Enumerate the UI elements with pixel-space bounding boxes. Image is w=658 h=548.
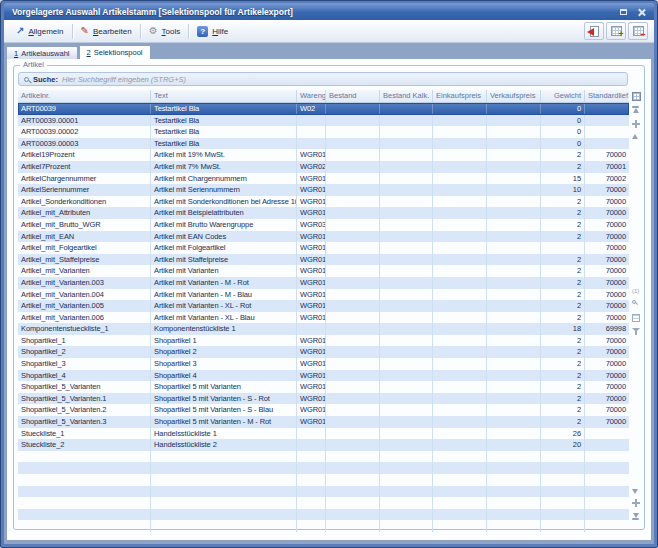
grid-export-button[interactable] [632, 314, 640, 322]
empty-table-row[interactable] [18, 462, 629, 474]
cell-gewicht: 0 [541, 103, 585, 115]
menu-item-bearbeiten[interactable]: ✎ Bearbeiten [75, 24, 138, 38]
tab-selektionspool[interactable]: 2 Selektionspool [79, 45, 151, 59]
grid-remove-button[interactable] [628, 22, 648, 40]
cell-gewicht: 26 [541, 428, 585, 440]
cell-bestand [326, 126, 380, 138]
menu-item-hilfe[interactable]: ? Hilfe [191, 24, 234, 39]
empty-table-row[interactable] [18, 486, 629, 498]
cell-gewicht: 2 [541, 404, 585, 416]
grid-search-button[interactable] [632, 300, 636, 304]
table-row[interactable]: Artikel_mit_Folgeartikel Artikel mit Fol… [18, 242, 629, 254]
table-row[interactable]: Artikel_mit_Varianten.005 Artikel mit Va… [18, 300, 629, 312]
table-row[interactable]: Shopartikel_4 Shopartikel 4 WGR01 2 7000… [18, 370, 629, 382]
column-header[interactable]: Artikelnr. [18, 90, 151, 102]
empty-table-row[interactable] [18, 451, 629, 463]
cell-standardlieferant [585, 520, 629, 532]
empty-table-row[interactable] [18, 497, 629, 509]
table-row[interactable]: Artikel_Sonderkonditionen Artikel mit So… [18, 196, 629, 208]
table-row[interactable]: Artikel_mit_EAN Artikel mit EAN Codes WG… [18, 231, 629, 243]
table-row[interactable]: Artikel19Prozent Artikel mit 19% MwSt. W… [18, 149, 629, 161]
cell-text: Artikel mit Brutto Warengruppe [151, 219, 297, 231]
cell-einkaufspreis [433, 126, 487, 138]
table-row[interactable]: ART00039.00003 Testartikel Bla 0 [18, 138, 629, 150]
cell-bestand [326, 358, 380, 370]
column-header[interactable]: Text [151, 90, 297, 102]
cell-warengruppe [297, 126, 326, 138]
table-row[interactable]: Shopartikel_5_Varianten.3 Shopartikel 5 … [18, 416, 629, 428]
table-row[interactable]: Artikel_mit_Varianten Artikel mit Varian… [18, 265, 629, 277]
auto-scroll-bottom-button[interactable] [632, 499, 640, 507]
cell-einkaufspreis [433, 138, 487, 150]
column-header[interactable]: Wareng [297, 90, 326, 102]
tab-artikelauswahl[interactable]: 1 Artikelauswahl [6, 46, 78, 59]
cell-bestand-kalk [380, 196, 433, 208]
scroll-down-button[interactable] [632, 489, 638, 494]
table-row[interactable]: ArtikelChargennummer Artikel mit Chargen… [18, 173, 629, 185]
table-row[interactable]: ArtikelSeriennummer Artikel mit Seriennu… [18, 184, 629, 196]
cell-artikelnr [18, 474, 151, 486]
table-row[interactable]: Artikel_mit_Attributen Artikel mit Beisp… [18, 207, 629, 219]
menu-item-tools[interactable]: ⚙ Tools [143, 24, 187, 38]
column-chooser-button[interactable] [632, 92, 641, 101]
table-row[interactable]: Artikel_mit_Staffelpreise Artikel mit St… [18, 254, 629, 266]
table-row[interactable]: ART00039 Testartikel Bla W02 0 [18, 103, 629, 115]
table-row[interactable]: Artikel7Prozent Artikel mit 7% MwSt. WGR… [18, 161, 629, 173]
empty-table-row[interactable] [18, 474, 629, 486]
maximize-button[interactable] [616, 5, 631, 18]
scroll-top-button[interactable] [632, 106, 639, 113]
cell-warengruppe: WGR01 [297, 300, 326, 312]
table-row[interactable]: ART00039.00001 Testartikel Bla 0 [18, 115, 629, 127]
cell-verkaufspreis [487, 173, 541, 185]
table-row[interactable]: Artikel_mit_Varianten.004 Artikel mit Va… [18, 289, 629, 301]
empty-table-row[interactable] [18, 520, 629, 532]
exit-doc-red-arrow-icon [590, 26, 599, 37]
row-count-button[interactable]: (1) [632, 288, 639, 295]
table-row[interactable]: Shopartikel_5_Varianten Shopartikel 5 mi… [18, 381, 629, 393]
table-row[interactable]: Shopartikel_5_Varianten.1 Shopartikel 5 … [18, 393, 629, 405]
scroll-bottom-button[interactable] [632, 513, 639, 520]
table-row[interactable]: Artikel_mit_Brutto_WGR Artikel mit Brutt… [18, 219, 629, 231]
cell-gewicht [541, 242, 585, 254]
cell-verkaufspreis [487, 358, 541, 370]
cell-einkaufspreis [433, 428, 487, 440]
column-header[interactable]: Bestand [326, 90, 380, 102]
cell-gewicht: 2 [541, 335, 585, 347]
column-header[interactable]: Bestand Kalk. [380, 90, 433, 102]
table-row[interactable]: Komponentenstueckliste_1 Komponentenstüc… [18, 323, 629, 335]
artikel-groupbox: Artikel Suche: Hier Suchbegriff eingeben… [13, 65, 645, 530]
grid-add-button[interactable] [606, 22, 626, 40]
close-button[interactable] [634, 5, 649, 18]
column-header[interactable]: Verkaufspreis [487, 90, 541, 102]
search-input[interactable]: Suche: Hier Suchbegriff eingeben (STRG+S… [18, 72, 628, 86]
empty-table-row[interactable] [18, 509, 629, 521]
cell-standardlieferant: 70000 [585, 381, 629, 393]
column-header[interactable]: Einkaufspreis [433, 90, 487, 102]
menu-item-allgemein[interactable]: ↗ Allgemein [10, 24, 70, 38]
cell-artikelnr [18, 520, 151, 532]
cell-einkaufspreis [433, 149, 487, 161]
cell-text: Shopartikel 4 [151, 370, 297, 382]
table-row[interactable]: Stueckliste_1 Handelsstückliste 1 26 [18, 428, 629, 440]
cell-artikelnr: Shopartikel_5_Varianten.2 [18, 404, 151, 416]
table-row[interactable]: Stueckliste_2 Handelsstückliste 2 20 [18, 439, 629, 451]
cell-einkaufspreis [433, 231, 487, 243]
grid-filter-button[interactable] [632, 328, 640, 332]
cell-bestand [326, 161, 380, 173]
table-row[interactable]: Shopartikel_2 Shopartikel 2 WGR01 2 7000… [18, 346, 629, 358]
auto-scroll-button[interactable] [632, 120, 640, 128]
table-row[interactable]: Shopartikel_5_Varianten.2 Shopartikel 5 … [18, 404, 629, 416]
cell-artikelnr: Stueckliste_2 [18, 439, 151, 451]
table-row[interactable]: Artikel_mit_Varianten.006 Artikel mit Va… [18, 312, 629, 324]
scroll-up-button[interactable] [632, 134, 638, 139]
cell-verkaufspreis [487, 242, 541, 254]
cell-einkaufspreis [433, 265, 487, 277]
cell-bestand-kalk [380, 173, 433, 185]
exit-with-apply-button[interactable] [584, 22, 604, 40]
table-row[interactable]: Shopartikel_1 Shopartikel 1 WGR01 2 7000… [18, 335, 629, 347]
table-row[interactable]: Artikel_mit_Varianten.003 Artikel mit Va… [18, 277, 629, 289]
table-row[interactable]: Shopartikel_3 Shopartikel 3 WGR01 2 7000… [18, 358, 629, 370]
column-header[interactable]: Standardlief [585, 90, 629, 102]
table-row[interactable]: ART00039.00002 Testartikel Bla 0 [18, 126, 629, 138]
column-header[interactable]: Gewicht [541, 90, 585, 102]
